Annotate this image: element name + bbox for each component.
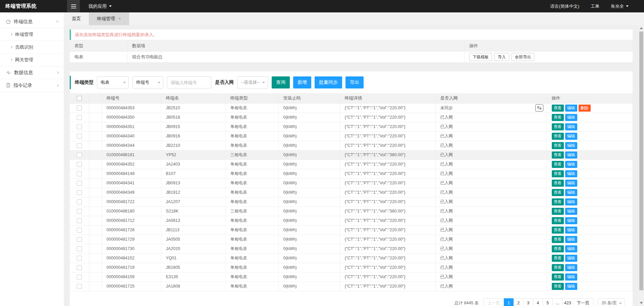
add-button[interactable]: 新增 (293, 76, 311, 88)
row-checkbox[interactable] (77, 143, 82, 148)
row-checkbox[interactable] (77, 190, 82, 195)
edit-button[interactable]: 编辑 (565, 273, 577, 281)
row-checkbox[interactable] (77, 209, 82, 214)
view-button[interactable]: 查看 (552, 273, 564, 281)
batch-sync-button[interactable]: 批量同步 (315, 76, 342, 88)
export-all-button[interactable]: 全部导出 (512, 53, 534, 61)
page-button-1[interactable]: 1 (504, 298, 514, 306)
search-field-select[interactable]: 终端号 (132, 76, 163, 88)
edit-button[interactable]: 编辑 (565, 208, 577, 215)
edit-button[interactable]: 编辑 (565, 283, 577, 290)
edit-button[interactable]: 编辑 (565, 170, 577, 177)
prev-page-button[interactable]: 上一页 (483, 298, 504, 306)
page-scrollbar[interactable] (639, 25, 644, 306)
sidebar-item-load-identify[interactable]: 负载识别 (0, 41, 64, 54)
edit-button[interactable]: 编辑 (565, 227, 577, 234)
sidebar-group-command-log[interactable]: 指令记录 (0, 79, 64, 92)
download-template-button[interactable]: 下载模板 (469, 53, 492, 61)
page-button-5[interactable]: 5 (543, 298, 553, 306)
language-menu[interactable]: 语言(简体中文) (550, 3, 579, 9)
row-checkbox[interactable] (77, 274, 82, 280)
edit-button[interactable]: 编辑 (565, 236, 577, 243)
row-checkbox[interactable] (77, 218, 82, 223)
row-checkbox[interactable] (77, 265, 82, 270)
row-checkbox[interactable] (77, 284, 82, 289)
sidebar-item-gateway-manage[interactable]: 网关管理 (0, 54, 64, 66)
edit-button[interactable]: 编辑 (565, 105, 577, 112)
terminal-no-input[interactable] (167, 76, 211, 88)
export-button[interactable]: 导出 (345, 76, 364, 88)
sidebar-group-data-info[interactable]: 数据信息 (0, 66, 64, 79)
import-button[interactable]: 导入 (494, 53, 509, 61)
edit-button[interactable]: 编辑 (565, 133, 577, 140)
user-menu[interactable]: 朱光全 (611, 3, 629, 9)
view-button[interactable]: 查看 (552, 245, 564, 252)
view-button[interactable]: 查看 (552, 123, 564, 130)
sidebar-item-terminal-manage[interactable]: 终端管理 (0, 28, 64, 41)
row-checkbox[interactable] (77, 171, 82, 176)
terminal-type-select[interactable]: 电表 (97, 76, 129, 88)
view-button[interactable]: 查看 (552, 283, 564, 290)
view-button[interactable]: 查看 (552, 227, 564, 234)
tab-home[interactable]: 首页 (64, 12, 89, 25)
view-button[interactable]: 查看 (552, 264, 564, 271)
page-button-423[interactable]: 423 (562, 298, 573, 306)
next-page-button[interactable]: 下一页 (573, 298, 594, 306)
edit-button[interactable]: 编辑 (565, 180, 577, 187)
edit-button[interactable]: 编辑 (565, 245, 577, 252)
tab-close-icon[interactable]: × (118, 12, 121, 25)
sidebar-group-terminal-info[interactable]: 终端信息 (0, 15, 64, 28)
work-order-link[interactable]: 工单 (591, 3, 599, 9)
view-button[interactable]: 查看 (552, 161, 564, 168)
my-apps-menu[interactable]: 我的应用 (89, 3, 112, 9)
edit-button[interactable]: 编辑 (565, 264, 577, 271)
page-button-4[interactable]: 4 (533, 298, 543, 306)
page-button-2[interactable]: 2 (514, 298, 524, 306)
hamburger-icon[interactable] (67, 0, 80, 12)
edit-button[interactable]: 编辑 (565, 142, 577, 149)
row-checkbox[interactable] (77, 228, 82, 233)
edit-button[interactable]: 编辑 (565, 114, 577, 121)
edit-button[interactable]: 编辑 (565, 161, 577, 168)
scroll-up-icon[interactable] (640, 27, 643, 29)
network-select[interactable]: --请选择-- (237, 76, 268, 88)
row-checkbox[interactable] (77, 134, 82, 139)
scroll-down-icon[interactable] (640, 302, 643, 304)
edit-button[interactable]: 编辑 (565, 255, 577, 262)
row-checkbox[interactable] (77, 256, 82, 261)
select-all-checkbox[interactable] (77, 96, 82, 101)
view-button[interactable]: 查看 (552, 189, 564, 196)
edit-button[interactable]: 编辑 (565, 198, 577, 205)
view-button[interactable]: 查看 (552, 236, 564, 243)
row-checkbox[interactable] (77, 162, 82, 167)
edit-button[interactable]: 编辑 (565, 217, 577, 224)
search-button[interactable]: 查询 (272, 76, 290, 88)
view-button[interactable]: 查看 (552, 114, 564, 121)
view-button[interactable]: 查看 (552, 180, 564, 187)
view-button[interactable]: 查看 (552, 105, 564, 112)
sync-button[interactable] (535, 104, 543, 112)
view-button[interactable]: 查看 (552, 170, 564, 177)
page-button-3[interactable]: 3 (523, 298, 533, 306)
edit-button[interactable]: 编辑 (565, 123, 577, 130)
scrollbar-thumb[interactable] (639, 32, 643, 290)
row-checkbox[interactable] (77, 246, 82, 251)
edit-button[interactable]: 编辑 (565, 151, 577, 159)
view-button[interactable]: 查看 (552, 208, 564, 215)
view-button[interactable]: 查看 (552, 151, 564, 159)
delete-button[interactable]: 删除 (579, 105, 591, 112)
row-checkbox[interactable] (77, 115, 82, 120)
view-button[interactable]: 查看 (552, 255, 564, 262)
view-button[interactable]: 查看 (552, 198, 564, 205)
view-button[interactable]: 查看 (552, 217, 564, 224)
page-size-select[interactable]: 20 条/页 (598, 298, 625, 306)
tab-terminal-manage[interactable]: 终端管理 × (89, 12, 129, 25)
row-checkbox[interactable] (77, 181, 82, 186)
view-button[interactable]: 查看 (552, 133, 564, 140)
row-checkbox[interactable] (77, 152, 82, 158)
row-checkbox[interactable] (77, 124, 82, 129)
row-checkbox[interactable] (77, 237, 82, 242)
row-checkbox[interactable] (77, 106, 82, 111)
row-checkbox[interactable] (77, 199, 82, 204)
edit-button[interactable]: 编辑 (565, 189, 577, 196)
